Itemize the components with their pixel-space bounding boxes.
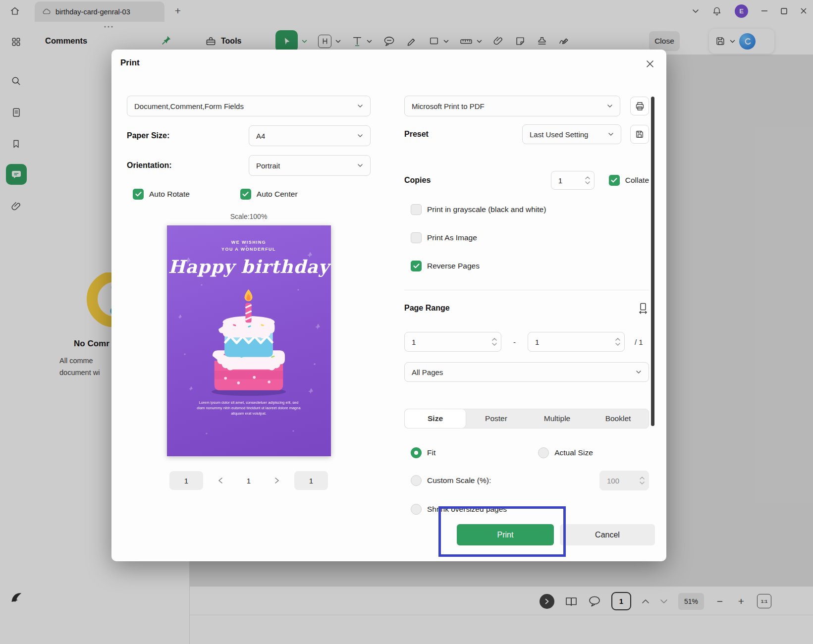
tab-booklet[interactable]: Booklet [588, 409, 649, 428]
previous-preview-icon[interactable] [218, 477, 223, 484]
printer-value: Microsoft Print to PDF [412, 102, 485, 110]
all-pages-select[interactable]: All Pages [404, 362, 649, 382]
range-to-input[interactable] [528, 332, 625, 352]
card-headline: Happy birthday [167, 256, 331, 277]
copies-stepper[interactable] [585, 176, 590, 184]
print-as-image-label: Print As Image [427, 233, 477, 242]
app-window: birthday-card-genral-03 + E [0, 0, 813, 644]
chevron-down-icon [608, 132, 614, 136]
all-pages-value: All Pages [412, 368, 443, 376]
highlight-annotation-rectangle [438, 506, 566, 557]
shrink-pages-radio[interactable] [411, 504, 422, 515]
range-to-value[interactable] [528, 332, 625, 352]
chevron-down-icon [357, 163, 363, 167]
scale-text: Scale:100% [127, 213, 371, 220]
print-as-image-checkbox[interactable] [411, 232, 422, 243]
range-total: / 1 [635, 338, 643, 346]
next-preview-icon[interactable] [274, 477, 279, 484]
preset-label: Preset [404, 130, 429, 139]
orientation-label: Orientation: [127, 161, 172, 170]
fit-label: Fit [427, 448, 435, 457]
birthday-card-preview: WE WISHING YOU A WONDERFUL Happy birthda… [167, 225, 331, 456]
custom-scale-stepper[interactable] [640, 477, 645, 484]
custom-scale-input[interactable] [599, 471, 649, 490]
print-content-value: Document,Comment,Form Fields [134, 102, 244, 110]
range-from-value[interactable] [404, 332, 501, 352]
chevron-down-icon [357, 134, 363, 138]
auto-rotate-checkbox[interactable] [133, 189, 144, 200]
dialog-scrollbar[interactable] [651, 97, 654, 426]
cancel-button[interactable]: Cancel [560, 524, 655, 545]
chevron-down-icon [607, 104, 613, 108]
actual-size-label: Actual Size [554, 448, 593, 457]
grayscale-checkbox[interactable] [411, 204, 422, 215]
birthday-cake-illustration [167, 278, 331, 399]
chevron-down-icon [636, 370, 642, 374]
dialog-close-icon[interactable] [645, 58, 655, 69]
reverse-pages-label: Reverse Pages [427, 262, 480, 270]
save-preset-button[interactable] [630, 125, 649, 144]
tab-booklet-label: Booklet [605, 414, 631, 423]
divider [404, 290, 649, 290]
dialog-title: Print [120, 58, 140, 68]
preset-value: Last Used Setting [530, 130, 588, 139]
auto-rotate-label: Auto Rotate [149, 190, 190, 199]
paper-size-label: Paper Size: [127, 131, 169, 140]
tab-multiple-label: Multiple [544, 414, 570, 423]
range-to-stepper[interactable] [615, 338, 620, 346]
card-eyebrow-line1: WE WISHING [167, 239, 331, 246]
page-range-label: Page Range [404, 304, 450, 313]
auto-center-checkbox[interactable] [240, 189, 251, 200]
tab-poster-label: Poster [485, 414, 507, 423]
reverse-pages-checkbox[interactable] [411, 261, 422, 271]
range-from-stepper[interactable] [492, 338, 497, 346]
orientation-value: Portrait [256, 161, 280, 170]
preview-pager: 1 1 1 [127, 471, 371, 490]
print-preview: WE WISHING YOU A WONDERFUL Happy birthda… [127, 225, 371, 456]
grayscale-label: Print in grayscale (black and white) [427, 205, 546, 214]
range-dash: - [513, 338, 516, 346]
collate-checkbox[interactable] [609, 175, 620, 186]
auto-center-label: Auto Center [257, 190, 298, 199]
print-mode-tabs: Size Poster Multiple Booklet [404, 409, 649, 429]
tab-poster[interactable]: Poster [466, 409, 527, 428]
orientation-select[interactable]: Portrait [249, 155, 371, 176]
print-content-select[interactable]: Document,Comment,Form Fields [127, 96, 371, 116]
paper-size-select[interactable]: A4 [249, 125, 371, 146]
tab-size[interactable]: Size [405, 409, 466, 428]
card-eyebrow-line2: YOU A WONDERFUL [167, 246, 331, 253]
range-from-input[interactable] [404, 332, 501, 352]
chevron-down-icon [357, 104, 363, 108]
page-range-icon[interactable] [637, 302, 649, 314]
copies-label: Copies [404, 176, 431, 185]
printer-properties-button[interactable] [630, 97, 649, 115]
last-page-button[interactable]: 1 [294, 471, 328, 490]
fit-radio[interactable] [411, 447, 422, 458]
actual-size-radio[interactable] [538, 447, 549, 458]
current-page-number[interactable]: 1 [239, 477, 259, 485]
custom-scale-label: Custom Scale (%): [427, 476, 491, 485]
tab-size-label: Size [428, 414, 443, 423]
copies-input[interactable] [551, 171, 595, 190]
print-dialog: Print Document,Comment,Form Fields Paper… [111, 50, 666, 561]
custom-scale-radio[interactable] [411, 475, 422, 486]
printer-select[interactable]: Microsoft Print to PDF [404, 96, 620, 116]
preset-select[interactable]: Last Used Setting [522, 124, 621, 144]
collate-label: Collate [625, 176, 649, 185]
card-body-text: Lorem ipsum dolor sit amet, consectetuer… [196, 400, 301, 417]
paper-size-value: A4 [256, 132, 265, 140]
tab-multiple[interactable]: Multiple [527, 409, 588, 428]
first-page-button[interactable]: 1 [169, 471, 203, 490]
